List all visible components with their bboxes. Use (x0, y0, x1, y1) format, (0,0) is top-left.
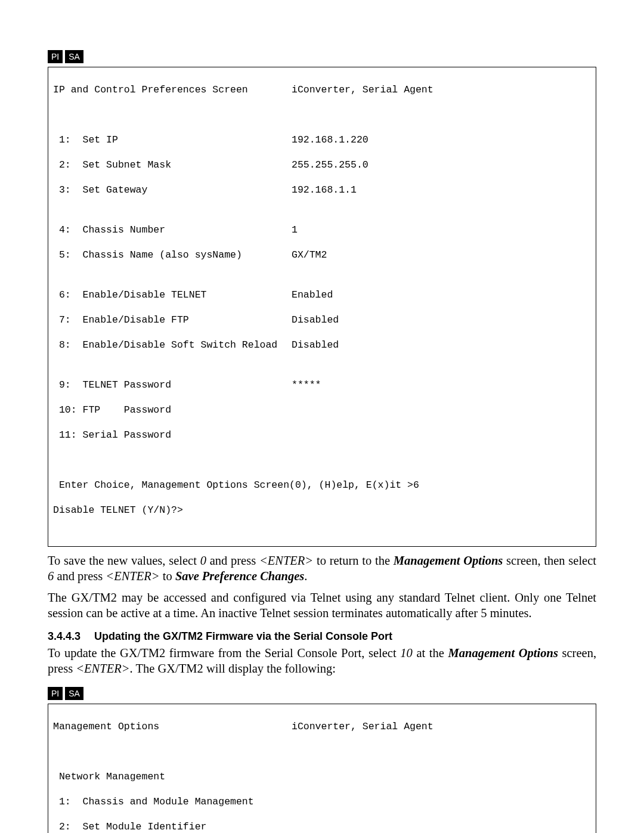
tag-sa: SA (65, 687, 83, 700)
term-footer: Enter Choice, Management Options Screen(… (53, 479, 591, 491)
term-val: ***** (292, 379, 591, 391)
section-heading: 3.4.4.3Updating the GX/TM2 Firmware via … (48, 630, 596, 643)
bold-italic-term: Management Options (448, 646, 558, 659)
bold-italic-term: Management Options (394, 554, 503, 567)
term-val: 1 (292, 224, 591, 236)
tag-pi: PI (48, 50, 63, 63)
heading-number: 3.4.4.3 (48, 630, 94, 643)
body-paragraph: To update the GX/TM2 firmware from the S… (48, 645, 596, 676)
text: to (160, 569, 175, 583)
term-footer: Disable TELNET (Y/N)?> (53, 504, 591, 516)
tag-row: PI SA (48, 50, 596, 63)
text: . The GX/TM2 will display the following: (130, 662, 336, 675)
tag-sa: SA (65, 50, 83, 63)
term-line: Network Management (53, 770, 591, 783)
term-val: GX/TM2 (292, 249, 591, 261)
term-val: Enabled (292, 289, 591, 301)
terminal-management-options: Management OptionsiConverter, Serial Age… (48, 704, 596, 833)
italic-key: <ENTER> (106, 569, 159, 583)
italic-key: 6 (48, 569, 54, 583)
text: and press (206, 554, 259, 567)
tag-pi: PI (48, 687, 63, 700)
term-val: 255.255.255.0 (292, 159, 591, 171)
terminal-title-left: IP and Control Preferences Screen (53, 83, 292, 96)
italic-key: 10 (400, 646, 413, 659)
italic-key: <ENTER> (76, 662, 129, 675)
text: and press (54, 569, 106, 583)
body-paragraph: To save the new values, select 0 and pre… (48, 553, 596, 584)
term-line: 1: Chassis and Module Management (53, 795, 591, 808)
term-val: Disabled (292, 314, 591, 326)
terminal-title-right: iConverter, Serial Agent (292, 720, 591, 733)
term-row: 5: Chassis Name (also sysName) (53, 249, 292, 261)
term-row: 2: Set Subnet Mask (53, 159, 292, 171)
term-row: 7: Enable/Disable FTP (53, 314, 292, 326)
document-page: PI SA IP and Control Preferences Screeni… (0, 0, 644, 833)
term-line: 2: Set Module Identifier (53, 820, 591, 833)
heading-text: Updating the GX/TM2 Firmware via the Ser… (94, 630, 392, 642)
text: . (304, 569, 307, 583)
term-row: 1: Set IP (53, 134, 292, 146)
text: To save the new values, select (48, 554, 200, 567)
term-row: 6: Enable/Disable TELNET (53, 289, 292, 301)
terminal-title-right: iConverter, Serial Agent (292, 83, 591, 96)
terminal-title-left: Management Options (53, 720, 292, 733)
term-val: Disabled (292, 339, 591, 351)
term-val: 192.168.1.1 (292, 184, 591, 196)
text: to return to the (313, 554, 394, 567)
term-row: 11: Serial Password (53, 429, 591, 441)
term-row: 3: Set Gateway (53, 184, 292, 196)
italic-key: <ENTER> (259, 554, 313, 567)
body-paragraph: The GX/TM2 may be accessed and configure… (48, 590, 596, 621)
terminal-ip-control-preferences: IP and Control Preferences ScreeniConver… (48, 67, 596, 547)
text: screen, then select (503, 554, 596, 567)
term-row: 4: Chassis Number (53, 224, 292, 236)
term-row: 10: FTP Password (53, 404, 591, 416)
term-row: 9: TELNET Password (53, 379, 292, 391)
term-row: 8: Enable/Disable Soft Switch Reload (53, 339, 292, 351)
text: To update the GX/TM2 firmware from the S… (48, 646, 400, 659)
term-val: 192.168.1.220 (292, 134, 591, 146)
italic-key: 0 (200, 554, 206, 567)
bold-italic-term: Save Preference Changes (175, 569, 304, 583)
text: at the (413, 646, 448, 659)
tag-row: PI SA (48, 687, 596, 700)
